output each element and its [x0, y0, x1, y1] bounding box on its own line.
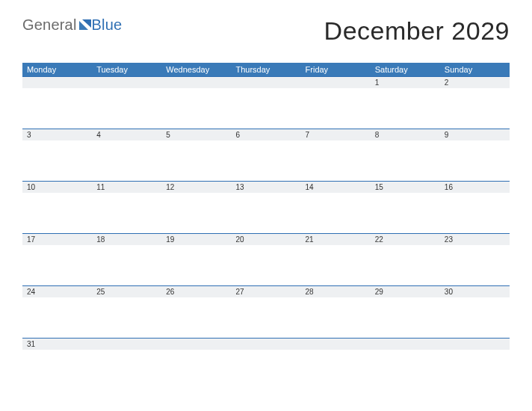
day-cell: 11 [92, 181, 161, 233]
brand-logo: General Blue [22, 16, 122, 34]
week-row: 3 4 5 6 7 8 9 [22, 129, 510, 181]
day-number [92, 76, 161, 88]
day-number: 21 [301, 233, 371, 245]
day-cell: 1 [371, 76, 440, 129]
calendar: Monday Tuesday Wednesday Thursday Friday… [22, 63, 510, 390]
day-cell: 5 [161, 129, 231, 181]
day-number: 25 [92, 285, 161, 297]
day-number [231, 76, 300, 88]
day-cell [231, 76, 300, 129]
day-number: 23 [440, 233, 510, 245]
dow-fri: Friday [301, 65, 371, 74]
week-row: 17 18 19 20 21 22 23 [22, 233, 510, 285]
header: General Blue December 2029 [0, 0, 532, 63]
dow-tue: Tuesday [92, 65, 161, 74]
day-cell: 6 [231, 129, 300, 181]
day-number: 26 [161, 285, 231, 297]
day-number: 30 [440, 285, 510, 297]
day-cell: 31 [22, 338, 92, 390]
day-number [440, 338, 510, 350]
day-cell [371, 338, 440, 390]
day-cell: 4 [92, 129, 161, 181]
day-number [231, 338, 300, 350]
day-cell: 21 [301, 233, 371, 285]
day-cell: 29 [371, 285, 440, 338]
week-row: 31 [22, 338, 510, 390]
day-number [161, 338, 231, 350]
day-number: 4 [92, 129, 161, 140]
day-number: 3 [22, 129, 92, 140]
day-cell [231, 338, 300, 390]
day-number: 7 [301, 129, 371, 140]
day-cell [92, 76, 161, 129]
day-number: 27 [231, 285, 300, 297]
day-cell: 10 [22, 181, 92, 233]
day-cell: 25 [92, 285, 161, 338]
day-number: 18 [92, 233, 161, 245]
day-cell [92, 338, 161, 390]
day-number: 11 [92, 181, 161, 193]
day-cell: 17 [22, 233, 92, 285]
day-cell: 23 [440, 233, 510, 285]
day-number [161, 76, 231, 88]
logo-text-2: Blue [92, 16, 123, 34]
dow-mon: Monday [22, 65, 92, 74]
day-cell: 15 [371, 181, 440, 233]
day-cell: 9 [440, 129, 510, 181]
day-number: 9 [440, 129, 510, 140]
day-cell [301, 76, 371, 129]
day-cell: 18 [92, 233, 161, 285]
day-cell: 28 [301, 285, 371, 338]
day-number [92, 338, 161, 350]
day-number: 16 [440, 181, 510, 193]
dow-wed: Wednesday [161, 65, 231, 74]
day-number: 13 [231, 181, 300, 193]
day-cell: 19 [161, 233, 231, 285]
day-cell: 27 [231, 285, 300, 338]
day-cell: 26 [161, 285, 231, 338]
day-number: 19 [161, 233, 231, 245]
day-number: 22 [371, 233, 440, 245]
day-cell: 8 [371, 129, 440, 181]
day-number: 10 [22, 181, 92, 193]
week-row: 1 2 [22, 76, 510, 129]
day-number [301, 76, 371, 88]
day-cell [161, 76, 231, 129]
day-number: 2 [440, 76, 510, 88]
day-cell [440, 338, 510, 390]
logo-mark-icon [79, 16, 91, 34]
day-number: 29 [371, 285, 440, 297]
dow-sun: Sunday [440, 65, 510, 74]
day-number: 12 [161, 181, 231, 193]
day-cell: 14 [301, 181, 371, 233]
day-number: 24 [22, 285, 92, 297]
day-number: 17 [22, 233, 92, 245]
page-title: December 2029 [324, 16, 510, 46]
day-cell: 22 [371, 233, 440, 285]
day-cell: 16 [440, 181, 510, 233]
day-cell: 30 [440, 285, 510, 338]
dow-sat: Saturday [371, 65, 440, 74]
logo-text-1: General [22, 16, 77, 34]
day-number: 31 [22, 338, 92, 350]
day-number: 6 [231, 129, 300, 140]
day-number [22, 76, 92, 88]
day-cell: 7 [301, 129, 371, 181]
day-number: 1 [371, 76, 440, 88]
day-number: 8 [371, 129, 440, 140]
day-number [301, 338, 371, 350]
day-of-week-header: Monday Tuesday Wednesday Thursday Friday… [22, 63, 510, 76]
week-row: 10 11 12 13 14 15 16 [22, 181, 510, 233]
day-number: 28 [301, 285, 371, 297]
day-cell [22, 76, 92, 129]
day-number: 14 [301, 181, 371, 193]
day-number: 5 [161, 129, 231, 140]
day-cell: 2 [440, 76, 510, 129]
week-row: 24 25 26 27 28 29 30 [22, 285, 510, 338]
day-cell [161, 338, 231, 390]
day-number: 15 [371, 181, 440, 193]
day-cell: 20 [231, 233, 300, 285]
day-cell: 3 [22, 129, 92, 181]
day-number: 20 [231, 233, 300, 245]
dow-thu: Thursday [231, 65, 300, 74]
